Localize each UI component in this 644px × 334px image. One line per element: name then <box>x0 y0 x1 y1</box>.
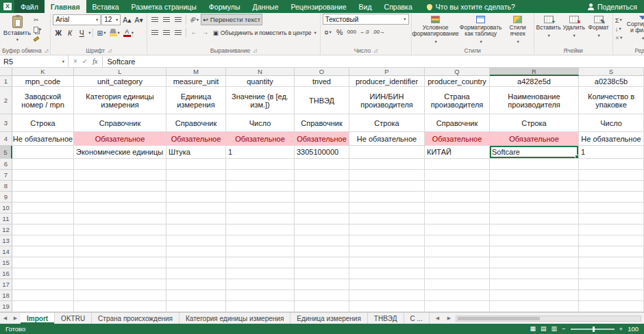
cell-O14[interactable] <box>295 246 349 257</box>
cell-K15[interactable] <box>12 257 74 268</box>
number-dialog-launcher[interactable]: ◿ <box>373 48 377 53</box>
cell-P7[interactable] <box>349 170 425 181</box>
cell-Q7[interactable] <box>425 170 490 181</box>
zoom-level[interactable]: 100 <box>628 325 639 333</box>
cell-R1[interactable]: a4282e5d <box>490 76 579 87</box>
cell-M19[interactable] <box>166 301 226 312</box>
row-header-7[interactable]: 7 <box>0 170 12 181</box>
cell-O1[interactable]: tnved <box>295 76 349 87</box>
sheet-tab-unit-category[interactable]: Категория единицы измерения <box>179 313 290 324</box>
cell-Q18[interactable] <box>425 290 490 301</box>
cell-O9[interactable] <box>295 192 349 203</box>
tab-insert[interactable]: Вставка <box>86 0 125 13</box>
row-header-17[interactable]: 17 <box>0 279 12 290</box>
page-break-view-icon[interactable]: ▥ <box>552 326 558 332</box>
zoom-slider[interactable] <box>571 329 615 330</box>
cell-N17[interactable] <box>226 279 295 290</box>
cell-R19[interactable] <box>490 301 579 312</box>
cell-Q16[interactable] <box>425 268 490 279</box>
tab-file[interactable]: Файл <box>14 0 45 13</box>
cell-Q6[interactable] <box>425 159 490 170</box>
cell-M4[interactable]: Обязательное <box>166 132 226 146</box>
row-header-3[interactable]: 3 <box>0 114 12 132</box>
sheet-tab-measure-unit[interactable]: Единица измерения <box>290 313 368 324</box>
cell-Q14[interactable] <box>425 246 490 257</box>
cell-O15[interactable] <box>295 257 349 268</box>
row-header-10[interactable]: 10 <box>0 203 12 214</box>
scrollbar-thumb[interactable] <box>458 317 540 320</box>
font-size-select[interactable]: 12▾ <box>101 14 121 25</box>
row-header-13[interactable]: 13 <box>0 235 12 246</box>
decrease-decimal-button[interactable]: .00→ <box>371 26 386 38</box>
cell-O11[interactable] <box>295 214 349 224</box>
tab-page-layout[interactable]: Разметка страницы <box>125 0 203 13</box>
cell-O10[interactable] <box>295 203 349 214</box>
tab-view[interactable]: Вид <box>353 0 378 13</box>
sheet-tab-import[interactable]: Import <box>21 313 55 324</box>
cell-R11[interactable] <box>490 214 579 224</box>
cell-styles-button[interactable]: Стили ячеек ▾ <box>504 14 532 44</box>
underline-button[interactable]: Ч <box>76 27 87 38</box>
cell-L2[interactable]: Категория единицы измерения <box>74 87 166 114</box>
cell-L5[interactable]: Экономические единицы <box>74 146 166 159</box>
formula-input[interactable]: Softcare <box>103 55 644 67</box>
cell-M3[interactable]: Справочник <box>166 114 226 132</box>
align-right-button[interactable] <box>173 27 184 38</box>
cell-Q17[interactable] <box>425 279 490 290</box>
format-as-table-button[interactable]: Форматировать как таблицу ▾ <box>459 14 503 44</box>
cell-S19[interactable] <box>579 301 644 312</box>
increase-indent-button[interactable]: → <box>200 27 211 38</box>
cell-Q4[interactable]: Обязательное <box>425 132 490 146</box>
column-header-O[interactable]: O <box>295 68 349 76</box>
conditional-formatting-button[interactable]: Условное форматирование ▾ <box>414 14 458 44</box>
align-center-button[interactable] <box>161 27 172 38</box>
name-box[interactable]: R5 ▾ <box>0 55 69 67</box>
cell-S8[interactable] <box>579 181 644 192</box>
cell-M16[interactable] <box>166 268 226 279</box>
normal-view-icon[interactable]: ▦ <box>530 326 536 332</box>
cell-M9[interactable] <box>166 192 226 203</box>
cell-N6[interactable] <box>226 159 295 170</box>
cell-N14[interactable] <box>226 246 295 257</box>
cell-S15[interactable] <box>579 257 644 268</box>
cell-P11[interactable] <box>349 214 425 224</box>
cell-P9[interactable] <box>349 192 425 203</box>
format-cells-button[interactable]: ✎ Формат ▾ <box>587 14 610 38</box>
cell-R6[interactable] <box>490 159 579 170</box>
cell-Q8[interactable] <box>425 181 490 192</box>
cell-R12[interactable] <box>490 224 579 235</box>
cell-Q1[interactable]: producer_country <box>425 76 490 87</box>
column-header-S[interactable]: S <box>579 68 644 76</box>
tab-help[interactable]: Справка <box>378 0 419 13</box>
cell-K12[interactable] <box>12 224 74 235</box>
cell-R14[interactable] <box>490 246 579 257</box>
tab-formulas[interactable]: Формулы <box>203 0 247 13</box>
cell-P1[interactable]: producer_identifier <box>349 76 425 87</box>
column-header-P[interactable]: P <box>349 68 425 76</box>
cell-K14[interactable] <box>12 246 74 257</box>
cell-O19[interactable] <box>295 301 349 312</box>
increase-decimal-button[interactable]: ←.0 <box>358 26 371 38</box>
autosum-button[interactable]: Σ▾ <box>615 16 623 24</box>
cell-N11[interactable] <box>226 214 295 224</box>
shrink-font-button[interactable]: А▾ <box>133 14 144 25</box>
format-painter-button[interactable] <box>34 35 41 43</box>
row-header-6[interactable]: 6 <box>0 159 12 170</box>
cell-P18[interactable] <box>349 290 425 301</box>
font-dialog-launcher[interactable]: ◿ <box>108 48 111 53</box>
cell-O5[interactable]: 3305100000 <box>295 146 349 159</box>
align-left-button[interactable] <box>149 27 160 38</box>
scroll-left-icon[interactable]: ◀ <box>432 316 443 321</box>
cell-M7[interactable] <box>166 170 226 181</box>
cell-L19[interactable] <box>74 301 166 312</box>
cell-S6[interactable] <box>579 159 644 170</box>
cell-K8[interactable] <box>12 181 74 192</box>
cell-Q12[interactable] <box>425 224 490 235</box>
fill-button[interactable]: ↓▾ <box>615 25 623 33</box>
row-header-4[interactable]: 4 <box>0 132 12 146</box>
cell-R5[interactable]: Softcare <box>490 146 579 159</box>
percent-format-button[interactable]: % <box>334 26 345 38</box>
cell-L7[interactable] <box>74 170 166 181</box>
cell-Q5[interactable]: КИТАЙ <box>425 146 490 159</box>
cell-S7[interactable] <box>579 170 644 181</box>
